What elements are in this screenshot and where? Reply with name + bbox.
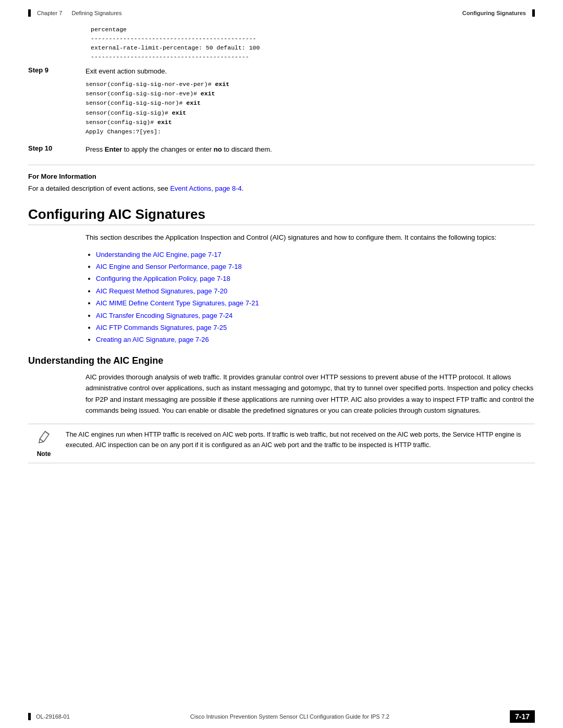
divider-1 [28,165,535,165]
header-chapter-label: Chapter 7 [37,10,62,16]
fim-text: For a detailed description of event acti… [28,183,535,194]
list-item: Creating an AIC Signature, page 7-26 [96,334,535,346]
code-step9-line3: sensor(config-sig-sig-nor)# exit [85,98,535,108]
section-title: Configuring AIC Signatures [28,206,535,225]
cmd3: exit [186,100,201,106]
fim-link[interactable]: Event Actions, page 8-4 [170,184,241,192]
fim-text-post: . [242,184,244,192]
code-step9-line2: sensor(config-sig-sig-nor-eve)# exit [85,89,535,98]
list-item: AIC FTP Commands Signatures, page 7-25 [96,322,535,334]
content: percentage -----------------------------… [0,20,563,463]
bullet-link-5[interactable]: AIC MIME Define Content Type Signatures,… [96,299,259,307]
section-bullet-list: Understanding the AIC Engine, page 7-17 … [96,249,535,346]
bullet-link-6[interactable]: AIC Transfer Encoding Signatures, page 7… [96,312,232,319]
page-header: Chapter 7 Defining Signatures Configurin… [0,0,563,20]
note-label: Note [37,450,51,458]
code-step9-line1: sensor(config-sig-sig-nor-eve-per)# exit [85,80,535,89]
code-line-2: ----------------------------------------… [91,34,535,43]
cmd1: exit [215,81,229,88]
bullet-link-7[interactable]: AIC FTP Commands Signatures, page 7-25 [96,324,227,331]
step-10-bold-no: no [214,145,222,153]
note-text: The AIC engines run when HTTP traffic is… [66,429,535,450]
header-left-bar [28,9,31,17]
for-more-info: For More Information For a detailed desc… [28,172,535,194]
list-item: AIC Engine and Sensor Performance, page … [96,261,535,273]
bullet-link-2[interactable]: AIC Engine and Sensor Performance, page … [96,263,242,270]
header-left: Chapter 7 Defining Signatures [28,9,121,17]
code-step9-line6: Apply Changes:?[yes]: [85,127,535,137]
code-step9-line5: sensor(config-sig)# exit [85,118,535,127]
step-9-container: Step 9 Exit event action submode. sensor… [28,66,535,137]
header-right: Configuring Signatures [462,9,535,17]
list-item: Understanding the AIC Engine, page 7-17 [96,249,535,261]
code-line-3: external-rate-limit-percentage: 50 defau… [91,43,535,52]
footer-center: Cisco Intrusion Prevention System Sensor… [190,713,389,720]
list-item: AIC MIME Define Content Type Signatures,… [96,297,535,309]
header-right-title: Configuring Signatures [462,10,526,16]
bullet-link-3[interactable]: Configuring the Application Policy, page… [96,275,230,282]
footer-left: OL-29168-01 [28,713,70,720]
fim-text-pre: For a detailed description of event acti… [28,184,170,192]
note-icon-area: Note [28,429,59,458]
code-line-1: percentage [91,25,535,34]
cmd4: exit [172,109,187,116]
header-right-bar [532,9,535,17]
step-9-content: Exit event action submode. sensor(config… [85,66,535,137]
list-item: AIC Transfer Encoding Signatures, page 7… [96,310,535,322]
code-line-4: ----------------------------------------… [91,52,535,61]
pencil-icon [35,429,52,449]
step-10-bold-enter: Enter [105,145,122,153]
footer-doc-number: OL-29168-01 [36,713,70,720]
step-9-code: sensor(config-sig-sig-nor-eve-per)# exit… [85,80,535,137]
list-item: AIC Request Method Signatures, page 7-20 [96,285,535,297]
fim-title: For More Information [28,172,535,180]
top-code-block: percentage -----------------------------… [91,25,535,61]
page-footer: OL-29168-01 Cisco Intrusion Prevention S… [0,705,563,728]
list-item: Configuring the Application Policy, page… [96,273,535,285]
footer-left-bar [28,713,31,720]
step-10-content: Press Enter to apply the changes or ente… [85,144,535,158]
note-container: Note The AIC engines run when HTTP traff… [28,424,535,463]
bullet-link-1[interactable]: Understanding the AIC Engine, page 7-17 [96,251,222,258]
bullet-link-4[interactable]: AIC Request Method Signatures, page 7-20 [96,287,227,295]
code-step9-line4: sensor(config-sig-sig)# exit [85,108,535,118]
bullet-link-8[interactable]: Creating an AIC Signature, page 7-26 [96,336,209,343]
subsection-title: Understanding the AIC Engine [28,355,535,366]
page-container: Chapter 7 Defining Signatures Configurin… [0,0,563,728]
step-10-label: Step 10 [28,144,85,158]
step-10-container: Step 10 Press Enter to apply the changes… [28,144,535,158]
cmd5: exit [157,119,172,126]
cmd2: exit [201,90,215,97]
step-9-desc: Exit event action submode. [85,66,535,77]
footer-page-number: 7-17 [510,710,535,723]
section-desc: This section describes the Application I… [85,232,535,243]
step-9-label: Step 9 [28,66,85,137]
subsection-desc: AIC provides thorough analysis of web tr… [85,372,535,416]
step-10-desc: Press Enter to apply the changes or ente… [85,144,535,155]
header-chapter-title: Defining Signatures [71,10,121,16]
